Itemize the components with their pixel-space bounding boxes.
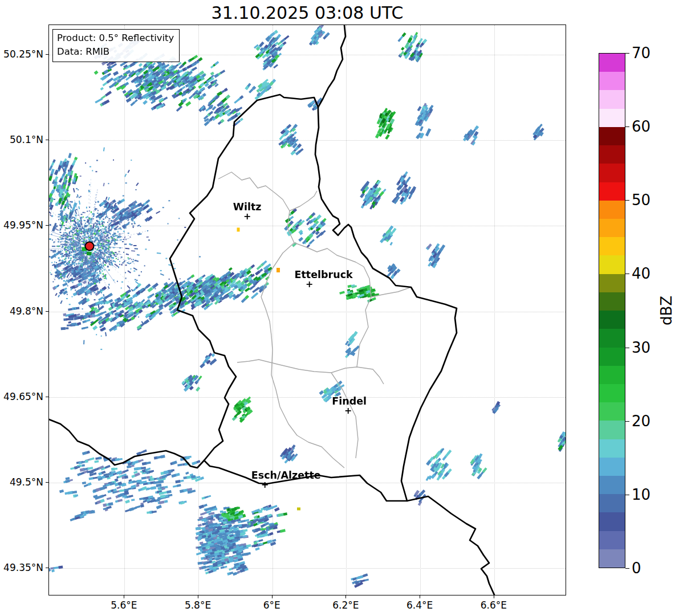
x-tick-label: 6.4°E xyxy=(394,599,445,611)
colorbar-tick-label: 70 xyxy=(632,44,650,62)
colorbar-block xyxy=(599,531,625,549)
map-plot-area: Product: 0.5° Reflectivity Data: RMIB +W… xyxy=(48,25,566,595)
product-info-box: Product: 0.5° Reflectivity Data: RMIB xyxy=(52,29,180,62)
colorbar-tick-mark xyxy=(625,421,629,422)
colorbar-block xyxy=(599,255,625,274)
colorbar xyxy=(599,53,625,568)
x-tick-label: 5.8°E xyxy=(172,599,223,611)
colorbar-block xyxy=(599,311,625,329)
colorbar-tick-mark xyxy=(625,53,629,54)
city-marker-esch-alzette: + xyxy=(261,481,269,489)
y-tick-label: 50.25°N xyxy=(0,48,43,60)
colorbar-title: dBZ xyxy=(658,296,675,325)
colorbar-block xyxy=(599,549,625,568)
product-line: Product: 0.5° Reflectivity xyxy=(57,31,174,45)
x-tick-mark xyxy=(420,595,420,598)
colorbar-block xyxy=(599,109,625,127)
x-tick-label: 5.6°E xyxy=(98,599,149,611)
x-tick-mark xyxy=(124,595,124,598)
colorbar-tick-label: 0 xyxy=(632,560,641,577)
colorbar-tick-mark xyxy=(625,495,629,495)
colorbar-block xyxy=(599,145,625,164)
city-marker-wiltz: + xyxy=(243,213,251,221)
x-tick-mark xyxy=(272,595,273,598)
x-tick-mark xyxy=(345,595,346,598)
colorbar-block xyxy=(599,458,625,476)
colorbar-block xyxy=(599,366,625,384)
colorbar-block xyxy=(599,348,625,366)
city-label-findel: Findel xyxy=(332,395,367,407)
radar-site-dot xyxy=(84,242,94,251)
france-germany-border xyxy=(407,496,495,595)
x-tick-label: 6.6°E xyxy=(468,599,519,611)
colorbar-block xyxy=(599,439,625,458)
country-borders xyxy=(49,25,495,595)
colorbar-block xyxy=(599,402,625,421)
colorbar-block xyxy=(599,494,625,512)
colorbar-block xyxy=(599,421,625,439)
colorbar-tick-mark xyxy=(625,274,629,274)
colorbar-tick-label: 10 xyxy=(632,486,650,503)
colorbar-block xyxy=(599,237,625,255)
colorbar-tick-mark xyxy=(625,568,629,569)
colorbar-block xyxy=(599,54,625,72)
colorbar-block xyxy=(599,476,625,494)
city-marker-ettelbruck: + xyxy=(306,280,313,288)
radar-figure: 31.10.2025 03:08 UTC 5.6°E5.8°E6°E6.2°E6… xyxy=(0,0,675,616)
colorbar-block xyxy=(599,72,625,90)
data-source-line: Data: RMIB xyxy=(57,45,174,59)
colorbar-tick-label: 60 xyxy=(632,118,650,135)
colorbar-tick-label: 30 xyxy=(632,339,650,356)
colorbar-tick-label: 20 xyxy=(632,413,650,430)
colorbar-block xyxy=(599,201,625,219)
colorbar-block xyxy=(599,182,625,201)
colorbar-block xyxy=(599,219,625,237)
luxembourg-border xyxy=(170,95,457,501)
y-tick-label: 50.1°N xyxy=(0,134,43,145)
colorbar-tick-mark xyxy=(625,127,629,127)
x-tick-mark xyxy=(198,595,198,598)
borders-overlay xyxy=(49,25,566,595)
colorbar-block xyxy=(599,90,625,108)
colorbar-tick-label: 50 xyxy=(632,191,650,209)
colorbar-block xyxy=(599,274,625,292)
colorbar-block xyxy=(599,127,625,145)
x-tick-label: 6°E xyxy=(246,599,298,611)
colorbar-tick-mark xyxy=(625,200,629,201)
colorbar-block xyxy=(599,164,625,182)
colorbar-block xyxy=(599,329,625,347)
x-tick-label: 6.2°E xyxy=(320,599,371,611)
colorbar-block xyxy=(599,292,625,311)
y-tick-label: 49.95°N xyxy=(0,219,43,231)
colorbar-tick-mark xyxy=(625,348,629,348)
city-label-ettelbruck: Ettelbruck xyxy=(295,269,353,280)
y-tick-label: 49.8°N xyxy=(0,305,43,317)
colorbar-tick-label: 40 xyxy=(632,265,650,282)
colorbar-block xyxy=(599,384,625,402)
belgium-germany-border xyxy=(318,25,345,107)
colorbar-block xyxy=(599,512,625,531)
france-belgium-border xyxy=(49,419,204,468)
y-tick-label: 49.5°N xyxy=(0,476,43,488)
city-label-esch-alzette: Esch/Alzette xyxy=(251,470,321,481)
y-tick-label: 49.65°N xyxy=(0,391,43,402)
x-tick-mark xyxy=(494,595,494,598)
city-label-wiltz: Wiltz xyxy=(233,201,262,213)
city-marker-findel: + xyxy=(344,407,352,415)
y-tick-label: 49.35°N xyxy=(0,562,43,573)
figure-title: 31.10.2025 03:08 UTC xyxy=(48,3,566,23)
